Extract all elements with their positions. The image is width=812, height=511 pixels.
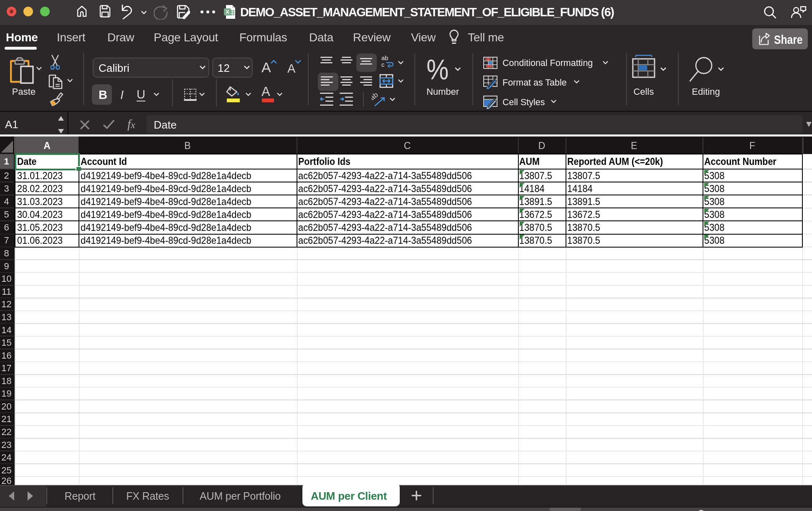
- svg-text:ab: ab: [372, 92, 380, 102]
- svg-text:ab: ab: [381, 55, 388, 61]
- svg-text:c: c: [381, 61, 385, 68]
- svg-text:X: X: [226, 9, 229, 15]
